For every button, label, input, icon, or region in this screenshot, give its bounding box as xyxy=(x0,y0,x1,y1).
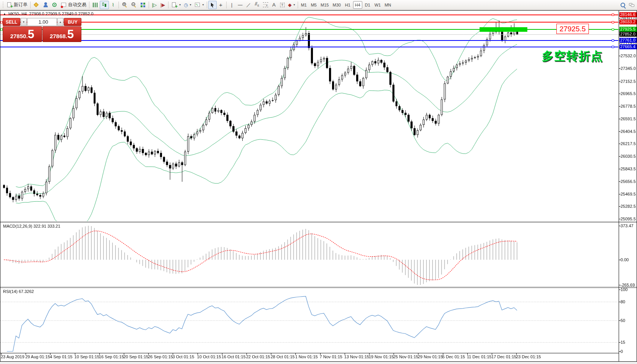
toolbar-separator xyxy=(226,2,227,8)
price-axis-tick: 25843.5 xyxy=(621,167,636,171)
time-axis-label: 17 Dec 01:15 xyxy=(491,354,516,359)
price-axis-tick: 27532.0 xyxy=(621,53,636,58)
navigator-button[interactable] xyxy=(50,1,59,9)
price-axis-tick: 27345.0 xyxy=(621,66,636,71)
autotrading-button[interactable]: 自动交易 xyxy=(59,1,88,9)
sell-price[interactable]: 27850.5 xyxy=(3,26,42,42)
one-click-trade-panel: SELL ▼ 1.00 ▲ BUY 27850.5 27868.5 xyxy=(3,18,81,42)
panel-separator[interactable] xyxy=(0,287,637,287)
chart-frame-left xyxy=(0,10,0,362)
timeframe-h1[interactable]: H1 xyxy=(343,1,352,9)
timeframe-h4[interactable]: H4 xyxy=(353,1,362,9)
timeframe-m1[interactable]: M1 xyxy=(299,1,308,9)
toolbar-gripper[interactable] xyxy=(2,2,4,8)
time-axis-label: 23 Dec 01:15 xyxy=(516,354,541,359)
chart-canvas[interactable] xyxy=(0,0,637,364)
arrows-icon: ◆ xyxy=(288,2,292,8)
price-axis-badge: 27925.5 xyxy=(619,27,637,32)
bar-chart-button[interactable] xyxy=(91,1,100,9)
templates-button[interactable]: ∿ xyxy=(193,1,206,9)
buy-price-pip: 5 xyxy=(67,28,74,40)
collapse-panel-icon[interactable]: ▲ xyxy=(3,12,6,16)
crosshair-icon: + xyxy=(219,2,222,8)
buy-button[interactable]: BUY xyxy=(64,18,81,26)
chart-shift-button[interactable]: |▷ xyxy=(150,1,159,9)
timeframe-m5[interactable]: M5 xyxy=(309,1,318,9)
sell-price-main: 27850 xyxy=(10,33,26,39)
auto-scroll-button[interactable]: |▶ xyxy=(159,1,167,9)
volume-input[interactable]: 1.00 xyxy=(27,18,57,26)
candlestick-chart-button[interactable] xyxy=(100,1,109,9)
signal-icon xyxy=(52,2,58,8)
price-axis-badge: 27665.4 xyxy=(619,44,637,49)
price-level-label[interactable]: 27925.5 xyxy=(556,24,589,34)
rsi-axis-tick: 0 xyxy=(621,349,623,354)
rsi-axis-tick: 15 xyxy=(621,340,625,345)
tile-windows-icon xyxy=(140,2,146,8)
price-axis-tick: 25095.5 xyxy=(621,217,636,221)
chart-frame-bottom xyxy=(0,361,637,362)
hline-tool-button[interactable]: — xyxy=(236,1,245,9)
chart-title: ▲ HK50-.H4 27908.0 27909.5 27849.0 27852… xyxy=(3,11,93,16)
fibonacci-tool-button[interactable]: ⋯F xyxy=(261,1,270,9)
panel-separator[interactable] xyxy=(0,222,637,222)
line-chart-button[interactable]: ⌇ xyxy=(109,1,117,9)
toolbar-separator xyxy=(89,2,89,8)
volume-down-button[interactable]: ▼ xyxy=(21,18,27,26)
time-axis-label: 11 Dec 01:15 xyxy=(467,354,492,359)
price-axis-tick: 26591.5 xyxy=(621,116,636,121)
time-axis-label: 13 Nov 01:15 xyxy=(344,354,369,359)
price-axis-badge: 28146.6 xyxy=(619,12,637,17)
data-window-button[interactable] xyxy=(41,1,50,9)
market-watch-button[interactable] xyxy=(32,1,41,9)
autotrading-label: 自动交易 xyxy=(68,2,86,8)
panel-separator[interactable] xyxy=(0,222,637,223)
timeframe-m30[interactable]: M30 xyxy=(331,1,342,9)
text-icon: A xyxy=(272,2,276,8)
trendline-tool-button[interactable]: ／ xyxy=(245,1,253,9)
toolbar-separator xyxy=(168,2,169,8)
text-label-tool-button[interactable]: T xyxy=(278,1,287,9)
chat-button[interactable] xyxy=(627,1,636,9)
template-icon: ∿ xyxy=(195,2,201,8)
time-axis-label: 1 Nov 01:15 xyxy=(295,354,318,359)
timeframe-w1[interactable]: W1 xyxy=(373,1,383,9)
time-axis-label: 26 Sep 01:15 xyxy=(148,354,173,359)
time-axis-label: 16 Sep 01:15 xyxy=(99,354,124,359)
periods-button[interactable]: ◷ xyxy=(182,1,193,9)
timeframe-d1[interactable]: D1 xyxy=(363,1,372,9)
new-order-label: 新订单 xyxy=(14,2,28,8)
add-indicator-button[interactable]: + xyxy=(170,1,182,9)
tile-windows-button[interactable] xyxy=(138,1,147,9)
macd-axis-tick: 0.00 xyxy=(621,257,629,262)
text-label-icon: T xyxy=(280,3,285,7)
arrows-tool-button[interactable]: ◆ xyxy=(287,1,297,9)
profile-icon xyxy=(42,2,49,8)
vline-tool-button[interactable]: | xyxy=(228,1,236,9)
crosshair-tool-button[interactable]: + xyxy=(217,1,225,9)
application-window: + 新订单 自动交易 ⌇ + − |▷ |▶ xyxy=(0,0,637,364)
sell-button[interactable]: SELL xyxy=(3,18,20,26)
time-axis-label: 29 Nov 01:15 xyxy=(418,354,442,359)
timeframe-m15[interactable]: M15 xyxy=(319,1,330,9)
search-button[interactable] xyxy=(619,1,627,9)
chart-annotation-text[interactable]: 多空转折点 xyxy=(542,49,603,64)
price-axis-tick: 26778.5 xyxy=(621,104,636,108)
macd-axis-tick: 373.47 xyxy=(621,223,634,228)
timeframe-mn[interactable]: MN xyxy=(383,1,392,9)
buy-price[interactable]: 27868.5 xyxy=(42,26,82,42)
sell-price-pip: 5 xyxy=(28,28,34,40)
price-axis-tick: 27152.5 xyxy=(621,79,636,84)
chart-ohlc-values: 27908.0 27909.5 27849.0 27852.0 xyxy=(29,11,93,16)
macd-label: MACD(12,26,9) 322.91 333.21 xyxy=(3,224,60,228)
panel-separator[interactable] xyxy=(0,288,637,288)
new-order-button[interactable]: + 新订单 xyxy=(5,1,29,9)
zoom-in-button[interactable]: + xyxy=(120,1,129,9)
price-axis-tick: 26217.5 xyxy=(621,141,636,146)
channel-tool-button[interactable]: ⫻E xyxy=(253,1,261,9)
zoom-out-button[interactable]: − xyxy=(129,1,138,9)
volume-up-button[interactable]: ▲ xyxy=(57,18,63,26)
text-tool-button[interactable]: A xyxy=(270,1,278,9)
time-axis-label: 29 Aug 01:15 xyxy=(25,354,50,359)
cursor-tool-button[interactable] xyxy=(208,1,217,9)
